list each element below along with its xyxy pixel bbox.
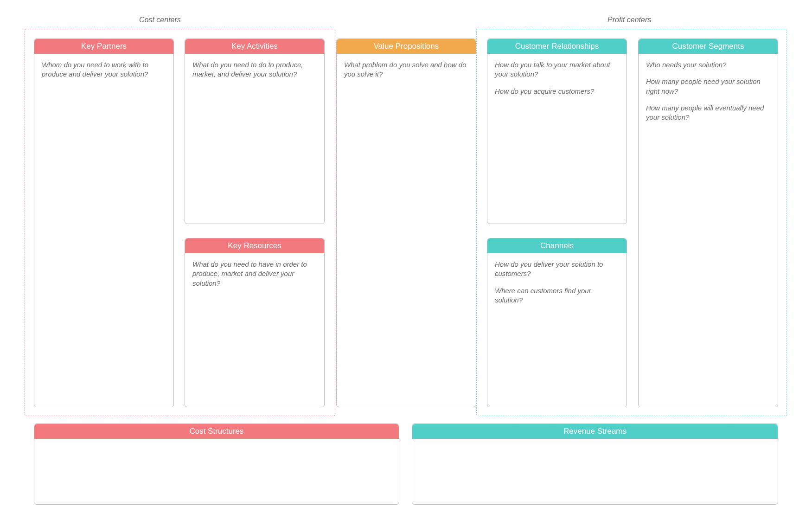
card-value-propositions[interactable]: Value Propositions What problem do you s… [336, 39, 476, 407]
card-header: Value Propositions [337, 39, 476, 54]
card-header: Key Partners [34, 39, 173, 54]
card-key-resources[interactable]: Key Resources What do you need to have i… [185, 238, 325, 407]
prompt-text: How do you deliver your solution to cust… [495, 260, 619, 279]
prompt-text: Who needs your solution? [646, 60, 770, 70]
card-customer-relationships[interactable]: Customer Relationships How do you talk t… [487, 39, 627, 224]
card-header: Customer Segments [639, 39, 778, 54]
card-header: Customer Relationships [487, 39, 627, 54]
card-body [34, 439, 399, 452]
card-channels[interactable]: Channels How do you deliver your solutio… [487, 238, 627, 407]
card-cost-structures[interactable]: Cost Structures [34, 424, 399, 505]
card-body: Whom do you need to work with to produce… [34, 54, 173, 86]
card-body [412, 439, 778, 452]
card-body: How do you talk to your market about you… [487, 54, 627, 103]
profit-centers-label: Profit centers [607, 16, 651, 24]
card-revenue-streams[interactable]: Revenue Streams [412, 424, 778, 505]
prompt-text: How do you talk to your market about you… [495, 60, 619, 79]
card-header: Channels [487, 238, 627, 253]
card-header: Revenue Streams [412, 424, 778, 439]
card-body: How do you deliver your solution to cust… [487, 253, 627, 311]
card-body: Who needs your solution? How many people… [639, 54, 778, 128]
cost-centers-label: Cost centers [139, 16, 181, 24]
card-key-activities[interactable]: Key Activities What do you need to do to… [185, 39, 325, 224]
card-customer-segments[interactable]: Customer Segments Who needs your solutio… [638, 39, 778, 407]
prompt-text: What do you need to do to produce, marke… [192, 60, 317, 79]
prompt-text: What problem do you solve and how do you… [344, 60, 468, 79]
prompt-text: What do you need to have in order to pro… [192, 260, 317, 288]
card-header: Cost Structures [34, 424, 399, 439]
prompt-text: Where can customers find your solution? [495, 286, 619, 305]
prompt-text: Whom do you need to work with to produce… [42, 60, 166, 79]
prompt-text: How do you acquire customers? [495, 87, 619, 96]
card-header: Key Activities [185, 39, 324, 54]
card-body: What do you need to do to produce, marke… [185, 54, 324, 86]
prompt-text: How many people will eventually need you… [646, 103, 770, 122]
card-key-partners[interactable]: Key Partners Whom do you need to work wi… [34, 39, 174, 407]
prompt-text: How many people need your solution right… [646, 77, 770, 96]
card-body: What do you need to have in order to pro… [185, 253, 324, 295]
card-body: What problem do you solve and how do you… [337, 54, 476, 86]
card-header: Key Resources [185, 238, 324, 253]
